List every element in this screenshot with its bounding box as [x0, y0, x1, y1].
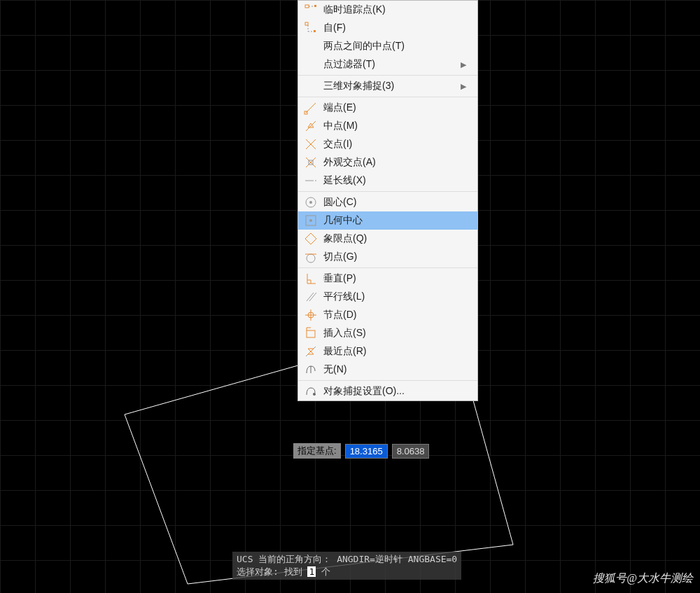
snap-perpendicular-icon: [298, 270, 323, 288]
svg-marker-23: [305, 233, 316, 244]
dynamic-input-x[interactable]: 18.3165: [345, 444, 388, 459]
command-line-2: 选择对象: 找到 1 个: [237, 566, 457, 578]
menu-item-label: 三维对象捕捉(3): [323, 80, 461, 92]
svg-rect-1: [305, 5, 309, 8]
menu-separator: [298, 380, 477, 381]
menu-separator: [298, 267, 477, 268]
menu-item-label: 交点(I): [323, 138, 466, 151]
svg-rect-4: [305, 22, 308, 25]
dynamic-input-y[interactable]: 8.0638: [392, 444, 430, 459]
menu-item-label: 外观交点(A): [323, 156, 466, 169]
snap-nearest-icon: [298, 342, 323, 361]
menu-icon-empty: [298, 37, 323, 55]
osnap-context-menu[interactable]: 临时追踪点(K)自(F)两点之间的中点(T)点过滤器(T)▶三维对象捕捉(3)▶…: [298, 0, 478, 401]
menu-item[interactable]: 对象捕捉设置(O)...: [298, 382, 477, 400]
svg-point-24: [307, 254, 315, 263]
menu-item-label: 象限点(Q): [323, 232, 466, 245]
menu-separator: [298, 97, 477, 97]
menu-item[interactable]: 外观交点(A): [298, 153, 477, 172]
snap-node-icon: [298, 306, 323, 324]
menu-item[interactable]: 点过滤器(T)▶: [298, 55, 477, 74]
dynamic-input-label: 指定基点:: [293, 443, 341, 459]
snap-endpoint-icon: [298, 99, 323, 117]
menu-item[interactable]: 切点(G): [298, 248, 477, 266]
menu-item-label: 几何中心: [323, 214, 466, 227]
command-line-1: UCS 当前的正角方向： ANGDIR=逆时针 ANGBASE=0: [237, 553, 457, 566]
menu-item[interactable]: 三维对象捕捉(3)▶: [298, 77, 477, 95]
menu-separator: [298, 75, 477, 76]
snap-geometric-center-icon: [298, 211, 323, 230]
menu-item[interactable]: 端点(E): [298, 99, 477, 117]
snap-tangent-icon: [298, 248, 323, 266]
menu-item[interactable]: 无(N): [298, 361, 477, 379]
menu-item-label: 最近点(R): [323, 345, 466, 358]
snap-from-icon: [298, 19, 323, 37]
menu-item-label: 临时追踪点(K): [323, 4, 466, 16]
menu-icon-empty: [298, 77, 323, 95]
svg-point-20: [309, 201, 312, 204]
snap-insert-icon: [298, 324, 323, 342]
menu-item-label: 垂直(P): [323, 272, 466, 285]
dynamic-input-bar[interactable]: 指定基点: 18.3165 8.0638: [293, 443, 429, 459]
svg-rect-35: [307, 330, 315, 337]
menu-item[interactable]: 象限点(Q): [298, 230, 477, 248]
menu-item[interactable]: 临时追踪点(K): [298, 1, 477, 19]
command-line[interactable]: UCS 当前的正角方向： ANGDIR=逆时针 ANGBASE=0 选择对象: …: [232, 552, 461, 580]
svg-rect-3: [314, 5, 316, 7]
menu-item[interactable]: 插入点(S): [298, 324, 477, 342]
menu-item[interactable]: 最近点(R): [298, 342, 477, 361]
snap-none-icon: [298, 361, 323, 379]
menu-item[interactable]: 自(F): [298, 19, 477, 37]
menu-item[interactable]: 两点之间的中点(T): [298, 37, 477, 55]
menu-item-label: 节点(D): [323, 309, 466, 321]
menu-item-label: 两点之间的中点(T): [323, 40, 466, 53]
submenu-arrow-icon: ▶: [461, 82, 466, 91]
snap-parallel-icon: [298, 288, 323, 306]
watermark: 搜狐号@大水牛测绘: [593, 571, 693, 586]
snap-extension-icon: [298, 172, 323, 190]
snap-track-icon: [298, 1, 323, 19]
menu-item-label: 无(N): [323, 363, 466, 376]
menu-item[interactable]: 几何中心: [298, 211, 477, 230]
menu-item[interactable]: 垂直(P): [298, 270, 477, 288]
svg-point-41: [313, 393, 316, 396]
snap-midpoint-icon: [298, 117, 323, 135]
snap-center-icon: [298, 193, 323, 211]
menu-item-label: 中点(M): [323, 120, 466, 132]
menu-item-label: 圆心(C): [323, 196, 466, 209]
menu-icon-empty: [298, 55, 323, 74]
menu-item-label: 对象捕捉设置(O)...: [323, 385, 466, 398]
svg-point-22: [309, 219, 312, 222]
menu-item-label: 切点(G): [323, 251, 466, 263]
submenu-arrow-icon: ▶: [461, 60, 466, 69]
menu-item-label: 插入点(S): [323, 327, 466, 340]
menu-item-label: 延长线(X): [323, 174, 466, 187]
svg-marker-39: [308, 349, 314, 354]
snap-settings-icon: [298, 382, 323, 400]
snap-intersection-icon: [298, 135, 323, 153]
svg-rect-7: [314, 30, 316, 32]
menu-item[interactable]: 中点(M): [298, 117, 477, 135]
snap-quadrant-icon: [298, 230, 323, 248]
menu-item[interactable]: 圆心(C): [298, 193, 477, 211]
menu-item-label: 点过滤器(T): [323, 58, 461, 71]
menu-item[interactable]: 节点(D): [298, 306, 477, 324]
menu-item-label: 端点(E): [323, 102, 466, 114]
menu-separator: [298, 191, 477, 192]
menu-item[interactable]: 交点(I): [298, 135, 477, 153]
menu-item[interactable]: 延长线(X): [298, 172, 477, 190]
menu-item[interactable]: 平行线(L): [298, 288, 477, 306]
menu-item-label: 自(F): [323, 22, 466, 34]
menu-item-label: 平行线(L): [323, 291, 466, 303]
snap-apparent-int-icon: [298, 153, 323, 172]
